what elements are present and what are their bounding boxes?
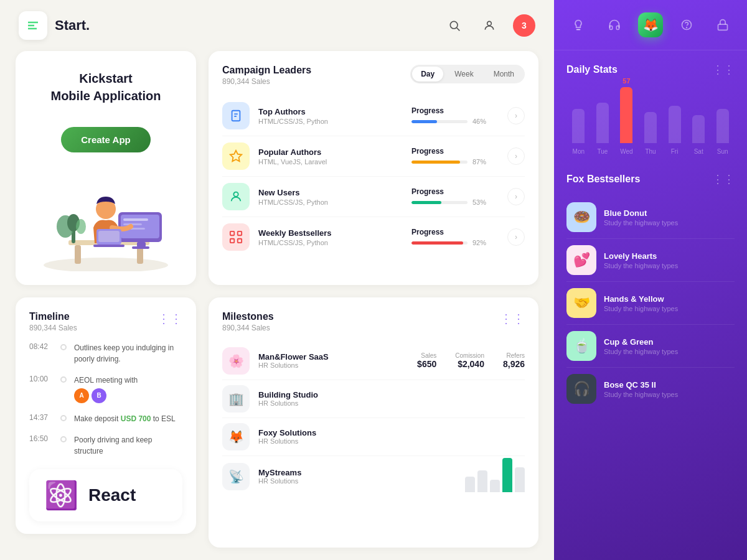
timeline-avatars-1: A B (74, 388, 182, 403)
bar-rect-2 (620, 87, 632, 143)
bar-value-2: 57 (622, 77, 630, 85)
milestone-name-3: MyStreams (258, 468, 444, 477)
milestone-row: 🌸 Man&Flower SaaS HR Solutions Sales $65… (222, 342, 525, 380)
right-sidebar: 🦊 Daily Stats ⋮⋮ MonTue57WedThuFriSatSun… (554, 0, 747, 560)
campaign-row[interactable]: Weekly Bestsellers HTML/CSS/JS, Python P… (222, 217, 525, 257)
main-area: Start. 3 Kickstart Mobile A (0, 0, 554, 560)
daily-stats-dots[interactable]: ⋮⋮ (712, 63, 735, 77)
create-app-button[interactable]: Create App (61, 127, 150, 152)
timeline-time-3: 16:50 (29, 434, 53, 443)
milestones-card: Milestones 890,344 Sales ⋮⋮ 🌸 Man&Flower… (209, 297, 538, 548)
milestone-row: 🦊 Foxy Solutions HR Solutions (222, 418, 525, 456)
timeline-item: 08:42 Outlines keep you indulging in poo… (29, 342, 182, 365)
progress-bar-fill-3 (411, 241, 463, 245)
kickstart-illustration (37, 178, 174, 271)
timeline-time-0: 08:42 (29, 342, 53, 351)
avatar-1-0: A (74, 388, 89, 403)
timeline-subtitle: 890,344 Sales (29, 324, 77, 332)
fox-bestsellers-dots[interactable]: ⋮⋮ (712, 172, 735, 186)
campaign-row[interactable]: Top Authors HTML/CSS/JS, Python Progress… (222, 96, 525, 136)
bar-col: Tue (591, 100, 615, 155)
row-arrow-1[interactable]: › (507, 147, 525, 165)
tab-month[interactable]: Month (485, 67, 523, 82)
progress-label-2: Progress (411, 187, 499, 196)
fox-sidebar-icon[interactable]: 🦊 (638, 12, 663, 37)
bar-col: Fri (662, 103, 687, 155)
bestseller-name-0: Blue Donut (604, 208, 678, 218)
lock-sidebar-icon[interactable] (710, 12, 735, 37)
bestseller-info-3: Cup & Green Study the highway types (604, 337, 678, 355)
campaign-header: Campaign Leaders 890,344 Sales Day Week … (222, 65, 525, 86)
help-sidebar-icon[interactable] (674, 12, 699, 37)
row-arrow-2[interactable]: › (507, 188, 525, 205)
content-grid: Kickstart Mobile Application Create App (0, 51, 554, 560)
chart-bar-3 (502, 458, 512, 492)
milestone-sub-3: HR Solutions (258, 477, 444, 485)
bestseller-thumb-0: 🍩 (566, 202, 596, 232)
row-arrow-3[interactable]: › (507, 228, 525, 246)
progress-bar-wrap-2: 53% (411, 198, 499, 206)
svg-point-5 (487, 21, 492, 26)
svg-point-35 (687, 27, 687, 28)
progress-pct-0: 46% (472, 118, 486, 125)
timeline-title: Timeline (29, 311, 77, 322)
timeline-item: 10:00 AEOL meeting with A B (29, 375, 182, 403)
campaign-info-2: New Users HTML/CSS/JS, Python (258, 188, 403, 206)
bestseller-info-4: Bose QC 35 II Study the highway types (604, 380, 678, 398)
chart-bar-4 (515, 467, 525, 492)
campaign-name-2: New Users (258, 188, 403, 197)
fox-bestsellers-title: Fox Bestsellers (566, 174, 640, 185)
row-arrow-0[interactable]: › (507, 107, 525, 124)
headphones-sidebar-icon[interactable] (602, 12, 627, 37)
milestone-icon-3: 📡 (222, 463, 250, 490)
user-icon[interactable] (478, 14, 500, 37)
milestone-stats-0: Sales $650 Comission $2,040 Refers 8,926 (417, 352, 525, 369)
header-actions: 3 (443, 14, 535, 37)
bestseller-thumb-4: 🎧 (566, 374, 596, 404)
milestones-header: Milestones 890,344 Sales ⋮⋮ (222, 311, 525, 332)
timeline-dots[interactable]: ⋮⋮ (157, 311, 182, 326)
milestones-dots[interactable]: ⋮⋮ (500, 311, 525, 326)
milestone-info-3: MyStreams HR Solutions (258, 468, 444, 485)
campaign-row[interactable]: Popular Authors HTML, VueJS, Laravel Pro… (222, 136, 525, 177)
timeline-time-1: 10:00 (29, 375, 53, 383)
bestseller-item[interactable]: 💕 Lovely Hearts Study the highway types (566, 239, 735, 282)
avatar-1-1: B (92, 388, 106, 403)
campaign-row[interactable]: New Users HTML/CSS/JS, Python Progress 5… (222, 177, 525, 217)
notification-badge[interactable]: 3 (513, 14, 535, 37)
svg-rect-8 (75, 245, 81, 264)
bar-col: Sun (710, 106, 735, 155)
progress-section-0: Progress 46% (411, 106, 499, 125)
lightbulb-icon[interactable] (566, 12, 591, 37)
progress-section-1: Progress 87% (411, 147, 499, 166)
bestseller-thumb-1: 💕 (566, 245, 596, 275)
bestseller-item[interactable]: 🤝 Hands & Yellow Study the highway types (566, 282, 735, 325)
tab-day[interactable]: Day (412, 67, 443, 82)
timeline-header: Timeline 890,344 Sales ⋮⋮ (29, 311, 182, 332)
bestseller-item[interactable]: 🍩 Blue Donut Study the highway types (566, 196, 735, 239)
header: Start. 3 (0, 0, 554, 51)
progress-label-3: Progress (411, 228, 499, 236)
tab-week[interactable]: Week (446, 67, 482, 82)
campaign-card: Campaign Leaders 890,344 Sales Day Week … (209, 51, 538, 285)
kickstart-card: Kickstart Mobile Application Create App (16, 51, 196, 285)
milestone-rows-container: 🌸 Man&Flower SaaS HR Solutions Sales $65… (222, 342, 525, 497)
timeline-dot-0 (60, 344, 67, 350)
progress-label-1: Progress (411, 147, 499, 156)
progress-section-2: Progress 53% (411, 187, 499, 206)
milestone-icon-1: 🏢 (222, 385, 250, 413)
timeline-dot-2 (60, 415, 67, 421)
campaign-icon-2 (222, 183, 250, 210)
bestseller-item[interactable]: 🍵 Cup & Green Study the highway types (566, 325, 735, 368)
daily-stats-header: Daily Stats ⋮⋮ (566, 63, 735, 77)
svg-rect-14 (123, 218, 148, 221)
react-logo-icon: ⚛️ (44, 479, 78, 511)
progress-bar-bg-3 (411, 241, 467, 245)
campaign-tags-0: HTML/CSS/JS, Python (258, 118, 403, 125)
bestseller-name-2: Hands & Yellow (604, 294, 678, 304)
progress-bar-bg-0 (411, 120, 467, 123)
react-label: React (88, 485, 136, 505)
progress-pct-2: 53% (472, 198, 486, 206)
search-icon[interactable] (443, 14, 466, 37)
bestseller-item[interactable]: 🎧 Bose QC 35 II Study the highway types (566, 368, 735, 410)
